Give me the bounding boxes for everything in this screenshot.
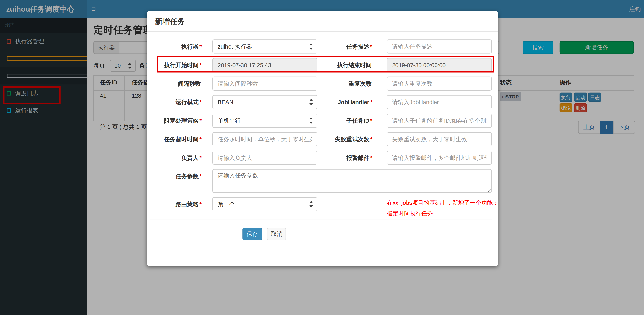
form-row-route-strategy: 路由策略* 第一个 在xxl-jobs项目的基础上，新增了一个功能： 指定时间执…: [150, 197, 492, 211]
field-label-end-time: 执行结束时间: [317, 58, 372, 72]
form-row-interval-repeat: 间隔秒数 重复次数: [150, 77, 492, 91]
form-row-start-end-time: 执行开始时间* 执行结束时间: [150, 58, 492, 72]
cancel-button[interactable]: 取消: [267, 228, 286, 240]
retry-count-input[interactable]: [387, 132, 492, 146]
child-job-id-input[interactable]: [387, 114, 492, 128]
block-strategy-select[interactable]: 单机串行: [212, 114, 317, 128]
alarm-email-input[interactable]: [387, 151, 492, 165]
field-label-job-param: 任务参数*: [150, 169, 202, 183]
route-strategy-select-value: 第一个: [218, 201, 235, 207]
modal-footer: 保存 取消: [150, 219, 492, 240]
select-arrows-icon: [309, 114, 313, 127]
field-label-timeout: 任务超时时间*: [150, 132, 202, 146]
job-param-textarea[interactable]: [212, 169, 492, 193]
end-time-input[interactable]: [387, 58, 492, 72]
app-root: zuihou任务调度中心 □ 注销 导航 执行器管理 Cron任务管理 定时任务…: [0, 0, 644, 315]
start-time-input[interactable]: [212, 58, 317, 72]
field-label-child-job-id: 子任务ID*: [317, 114, 372, 128]
field-label-interval: 间隔秒数: [150, 77, 202, 91]
repeat-count-input[interactable]: [387, 77, 492, 91]
select-arrows-icon: [309, 40, 313, 53]
add-job-modal: 新增任务 执行器* zuihou执行器 任务描述* 执行开始时间* 执行结束时间: [147, 11, 498, 266]
select-arrows-icon: [309, 96, 313, 109]
jobhandler-input[interactable]: [387, 95, 492, 109]
field-label-job-desc: 任务描述*: [317, 40, 372, 53]
form-row-executor-desc: 执行器* zuihou执行器 任务描述*: [150, 40, 492, 53]
owner-input[interactable]: [212, 151, 317, 165]
field-label-start-time: 执行开始时间*: [150, 58, 202, 72]
job-desc-input[interactable]: [387, 40, 492, 53]
save-button[interactable]: 保存: [242, 228, 262, 240]
executor-select-value: zuihou执行器: [218, 43, 252, 50]
field-label-route-strategy: 路由策略*: [150, 197, 202, 211]
field-label-jobhandler: JobHandler*: [317, 95, 372, 109]
field-label-alarm-email: 报警邮件*: [317, 151, 372, 165]
timeout-input[interactable]: [212, 132, 317, 146]
field-label-owner: 负责人*: [150, 151, 202, 165]
modal-body: 执行器* zuihou执行器 任务描述* 执行开始时间* 执行结束时间 间隔秒数…: [147, 32, 498, 240]
form-row-owner-email: 负责人* 报警邮件*: [150, 151, 492, 165]
interval-seconds-input[interactable]: [212, 77, 317, 91]
modal-header: 新增任务: [147, 11, 498, 32]
field-label-run-mode: 运行模式*: [150, 95, 202, 109]
route-strategy-select[interactable]: 第一个: [212, 197, 317, 211]
modal-title: 新增任务: [155, 17, 185, 26]
run-mode-select-value: BEAN: [218, 99, 234, 105]
form-row-block-childjob: 阻塞处理策略* 单机串行 子任务ID*: [150, 114, 492, 128]
feature-note-text: 在xxl-jobs项目的基础上，新增了一个功能： 指定时间执行任务: [387, 197, 504, 219]
block-strategy-select-value: 单机串行: [218, 117, 241, 124]
field-label-repeat: 重复次数: [317, 77, 372, 91]
executor-select[interactable]: zuihou执行器: [212, 40, 317, 53]
form-row-timeout-retry: 任务超时时间* 失败重试次数*: [150, 132, 492, 146]
select-arrows-icon: [309, 198, 313, 211]
run-mode-select[interactable]: BEAN: [212, 95, 317, 109]
form-row-runmode-handler: 运行模式* BEAN JobHandler*: [150, 95, 492, 109]
field-label-retry-count: 失败重试次数*: [317, 132, 372, 146]
field-label-block-strategy: 阻塞处理策略*: [150, 114, 202, 128]
form-row-job-param: 任务参数*: [150, 169, 492, 193]
field-label-executor: 执行器*: [150, 40, 202, 53]
